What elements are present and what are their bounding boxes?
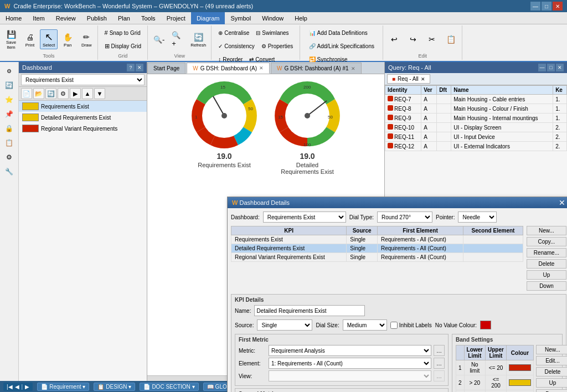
menu-project[interactable]: Project — [161, 12, 191, 24]
list-item-req-exist[interactable]: Requirements Exist — [19, 101, 147, 112]
print-button[interactable]: 🖨 Print — [21, 29, 39, 50]
query-maximize-button[interactable]: □ — [547, 64, 555, 71]
save-item-button[interactable]: 💾 SaveItem — [2, 27, 20, 52]
snap-to-grid-button[interactable]: # Snap to Grid — [102, 27, 144, 39]
pointer-select[interactable]: Needle — [458, 212, 497, 223]
minimize-button[interactable]: — — [530, 2, 540, 11]
dash-down-button[interactable]: ▼ — [94, 88, 105, 99]
sidebar-tool-7[interactable]: ⚙ — [2, 151, 17, 164]
nav-first-button[interactable]: |◀ — [7, 384, 13, 390]
sidebar-tool-1[interactable]: ⚙ — [2, 64, 17, 78]
band-table-row[interactable]: 3 > 200 <= 500 — [456, 390, 534, 393]
metric-browse-button[interactable]: … — [434, 345, 445, 356]
tab-start-page[interactable]: Start Page — [147, 63, 185, 74]
sidebar-tool-4[interactable]: 📌 — [2, 107, 17, 121]
display-grid-button[interactable]: ⊞ Display Grid — [102, 40, 144, 52]
sidebar-tool-2[interactable]: 🔄 — [2, 79, 17, 92]
kpi-up-button[interactable]: Up — [527, 270, 566, 280]
dashboard-filter-select[interactable]: Requirements Exist — [21, 74, 145, 85]
add-data-defs-button[interactable]: 📊 Add Data Definitions — [306, 27, 377, 39]
maximize-button[interactable]: □ — [542, 2, 551, 11]
requirement-type-button[interactable]: 📄 Requirement ▾ — [37, 383, 89, 391]
name-input[interactable] — [254, 305, 365, 316]
select-button[interactable]: ↖ Select — [40, 29, 58, 50]
list-item-detailed-req[interactable]: Detailed Requirements Exist — [19, 112, 147, 123]
redo-button[interactable]: ↪ — [404, 32, 422, 47]
dial-size-select[interactable]: Medium — [343, 319, 387, 331]
band-new-button[interactable]: New... — [536, 345, 567, 354]
doc-section-button[interactable]: 📄 DOC SECTION ▾ — [140, 383, 198, 391]
menu-publish[interactable]: Publish — [81, 12, 112, 24]
design-button[interactable]: 📋 DESIGN ▾ — [94, 383, 135, 391]
pan-button[interactable]: ✋ Pan — [59, 29, 76, 50]
table-row[interactable]: REQ-10 A UI - Display Screen 2. — [385, 123, 567, 132]
kpi-table-row[interactable]: Requirements Exist Single Requirements -… — [231, 235, 523, 244]
kpi-rename-button[interactable]: Rename... — [527, 248, 566, 257]
consistency-button[interactable]: ✓ Consistency — [215, 40, 257, 52]
centralise-button[interactable]: ⊕ Centralise — [215, 27, 252, 39]
band-table-row[interactable]: 1 No limit <= 20 — [456, 360, 534, 375]
menu-window[interactable]: Window — [256, 12, 289, 24]
sidebar-tool-6[interactable]: 📋 — [2, 136, 17, 149]
draw-button[interactable]: ✏ Draw — [78, 29, 95, 50]
undo-button[interactable]: ↩ — [385, 32, 403, 47]
query-minimize-button[interactable]: — — [538, 64, 546, 71]
menu-home[interactable]: Home — [0, 12, 27, 24]
dashboard-select[interactable]: Requirements Exist — [263, 212, 346, 223]
kpi-table-row[interactable]: Regional Variant Requirements Exist Sing… — [231, 253, 523, 262]
band-edit-button[interactable]: Edit... — [536, 356, 567, 365]
swimlanes-button[interactable]: ⊟ Swimlanes — [253, 27, 291, 39]
menu-item[interactable]: Item — [27, 12, 50, 24]
dash-arrow-button[interactable]: ▶ — [70, 88, 81, 99]
band-delete-button[interactable]: Delete — [536, 367, 567, 376]
copy-button[interactable]: 📋 — [442, 32, 460, 47]
close-button[interactable]: ✕ — [553, 2, 563, 11]
panel-close-button[interactable]: ✕ — [136, 64, 143, 71]
band-down-button[interactable]: Down — [536, 389, 567, 392]
dial-type-select[interactable]: Round 270° — [377, 212, 432, 223]
dialog-close-button[interactable]: ✕ — [559, 199, 565, 207]
zoom-in-button[interactable]: 🔍+ — [169, 32, 187, 47]
band-table-row[interactable]: 2 > 20 <= 200 — [456, 375, 534, 390]
query-close-button[interactable]: ✕ — [556, 64, 564, 71]
query-subtab[interactable]: ■ Req - All ✕ — [387, 74, 430, 84]
menu-tools[interactable]: Tools — [136, 12, 161, 24]
list-item-regional-var[interactable]: Regional Variant Requirements — [19, 123, 147, 134]
table-row[interactable]: REQ-9 A Main Housing - Internal mounting… — [385, 114, 567, 123]
menu-review[interactable]: Review — [50, 12, 81, 24]
sidebar-tool-8[interactable]: 🔧 — [2, 165, 17, 178]
add-link-specs-button[interactable]: 🔗 Add/Link Specifications — [306, 40, 377, 52]
element-select[interactable]: 1: Requirements - All (Count) — [269, 358, 431, 369]
band-up-button[interactable]: Up — [536, 378, 567, 388]
kpi-down-button[interactable]: Down — [527, 281, 566, 291]
view-select[interactable] — [269, 370, 431, 381]
menu-plan[interactable]: Plan — [112, 12, 136, 24]
menu-diagram[interactable]: Diagram — [191, 12, 225, 24]
metric-select[interactable]: Requirement Analysis — [269, 345, 431, 356]
dash-open-button[interactable]: 📂 — [33, 88, 44, 99]
menu-symbol[interactable]: Symbol — [225, 12, 256, 24]
sidebar-tool-3[interactable]: ⭐ — [2, 93, 17, 106]
properties-button[interactable]: ⚙ Properties — [259, 40, 296, 52]
tab-dashboard-a[interactable]: W G DSH: Dashboard (A) ✕ — [187, 63, 270, 74]
source-select[interactable]: Single — [257, 319, 312, 331]
view-browse-button[interactable]: … — [434, 370, 445, 381]
tab-close-2[interactable]: ✕ — [351, 66, 355, 71]
nav-prev-button[interactable]: ◀ — [15, 384, 19, 390]
kpi-new-button[interactable]: New... — [527, 226, 566, 235]
refresh-button[interactable]: 🔄 Refresh — [188, 29, 209, 50]
panel-help-button[interactable]: ? — [127, 64, 135, 71]
dash-settings-button[interactable]: ⚙ — [58, 88, 69, 99]
tab-close-1[interactable]: ✕ — [259, 65, 264, 71]
table-row[interactable]: REQ-8 A Main Housing - Colour / Finish 1… — [385, 104, 567, 114]
kpi-copy-button[interactable]: Copy... — [527, 237, 566, 246]
dash-up-button[interactable]: ▲ — [82, 88, 93, 99]
kpi-table-row[interactable]: Detailed Requirements Exist Single Requi… — [231, 244, 523, 253]
cut-button[interactable]: ✂ — [423, 32, 441, 47]
element-browse-button[interactable]: … — [434, 358, 445, 369]
menu-help[interactable]: Help — [289, 12, 313, 24]
inhibit-labels-checkbox[interactable]: Inhibit Labels — [390, 322, 432, 329]
query-subtab-close[interactable]: ✕ — [421, 76, 425, 82]
table-row[interactable]: REQ-7 A Main Housing - Cable entries 1. — [385, 95, 567, 104]
kpi-delete-button[interactable]: Delete — [527, 259, 566, 269]
